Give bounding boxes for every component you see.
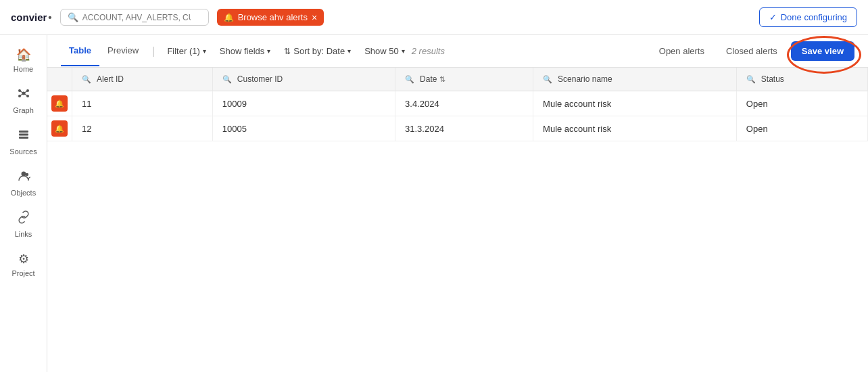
table-row: 🔔 11 10009 3.4.2024 Mule account risk Op… [47,91,868,116]
cell-status: Open [736,91,867,116]
sidebar-item-home[interactable]: 🏠 Home [0,41,47,80]
sources-icon [17,128,30,145]
sort-icon: ⇅ [284,47,291,56]
sidebar-item-objects[interactable]: Objects [0,162,47,204]
cell-alert-id: 12 [72,116,213,141]
toolbar-divider: | [152,45,155,57]
tab-table[interactable]: Table [61,36,99,66]
filter-button[interactable]: Filter (1) ▾ [160,42,212,60]
sidebar-item-project[interactable]: ⚙ Project [0,245,47,284]
show-fields-caret-icon: ▾ [267,47,270,55]
show-count-button[interactable]: Show 50 ▾ [358,42,412,60]
topbar-right: ✓ Done configuring [759,7,857,27]
search-icon: 🔍 [68,12,78,22]
alert-row-icon: 🔔 [51,120,68,137]
save-view-button[interactable]: Save view [791,41,854,61]
row-icon-cell: 🔔 [47,116,72,141]
sidebar-item-graph-label: Graph [13,106,34,114]
cell-scenario-name: Mule account risk [533,91,737,116]
cell-customer-id: 10005 [212,116,395,141]
svg-rect-10 [19,134,28,136]
sidebar-item-objects-label: Objects [11,189,36,197]
col-status[interactable]: 🔍 Status [736,68,867,91]
date-sort-icon: ⇅ [439,75,445,84]
col-customer-id[interactable]: 🔍 Customer ID [212,68,395,91]
cell-date: 3.4.2024 [395,91,533,116]
active-tab-pill[interactable]: 🔔 Browse ahv alerts × [217,9,324,26]
tab-close-button[interactable]: × [312,13,317,22]
topbar: convier• 🔍 🔔 Browse ahv alerts × ✓ Done … [0,0,868,35]
search-box[interactable]: 🔍 [60,9,209,26]
closed-alerts-button[interactable]: Closed alerts [718,42,786,60]
svg-rect-9 [19,131,28,133]
scenario-search-icon: 🔍 [543,75,552,84]
data-table: 🔍 Alert ID 🔍 Customer ID [47,68,868,141]
sidebar-item-links-label: Links [15,230,32,238]
cell-customer-id: 10009 [212,91,395,116]
alert-row-icon: 🔔 [51,95,68,112]
row-icon-cell: 🔔 [47,91,72,116]
cell-date: 31.3.2024 [395,116,533,141]
sidebar: 🏠 Home Graph Sources Objects Links [0,35,47,372]
sidebar-item-sources-label: Sources [9,147,37,156]
alert-id-search-icon: 🔍 [82,75,91,84]
check-icon: ✓ [769,12,777,22]
show-fields-button[interactable]: Show fields ▾ [213,42,277,60]
toolbar-right-actions: Open alerts Closed alerts Save view [651,41,854,61]
sidebar-item-home-label: Home [14,65,33,73]
sort-caret-icon: ▾ [347,47,351,55]
show-count-caret-icon: ▾ [402,47,405,55]
col-icon [47,68,72,91]
table-row: 🔔 12 10005 31.3.2024 Mule account risk O… [47,116,868,141]
cell-status: Open [736,116,867,141]
save-view-wrapper: Save view [791,41,854,61]
tab-pill-label: Browse ahv alerts [238,12,308,22]
col-scenario-name[interactable]: 🔍 Scenario name [533,68,737,91]
project-icon: ⚙ [18,252,29,266]
sort-button[interactable]: ⇅ Sort by: Date ▾ [277,42,358,60]
toolbar: Table Preview | Filter (1) ▾ Show fields… [47,35,868,68]
customer-id-search-icon: 🔍 [222,75,232,84]
main-layout: 🏠 Home Graph Sources Objects Links [0,35,868,372]
sidebar-item-links[interactable]: Links [0,204,47,245]
table-body: 🔔 11 10009 3.4.2024 Mule account risk Op… [47,91,868,141]
objects-icon [17,169,30,186]
col-date[interactable]: 🔍 Date ⇅ [395,68,533,91]
logo-dot: • [48,11,51,23]
cell-alert-id: 11 [72,91,213,116]
search-input[interactable] [82,13,191,22]
filter-caret-icon: ▾ [203,47,206,55]
date-search-icon: 🔍 [405,75,414,84]
table-header-row: 🔍 Alert ID 🔍 Customer ID [47,68,868,91]
home-icon: 🏠 [16,47,31,62]
tab-preview[interactable]: Preview [99,36,147,66]
open-alerts-button[interactable]: Open alerts [651,42,713,60]
svg-rect-11 [19,137,28,139]
status-search-icon: 🔍 [746,75,756,84]
graph-icon [17,87,30,103]
col-alert-id[interactable]: 🔍 Alert ID [72,68,213,91]
sidebar-item-project-label: Project [11,269,34,277]
cell-scenario-name: Mule account risk [533,116,737,141]
tab-pill-icon: 🔔 [224,13,234,22]
logo: convier• [11,11,52,23]
done-configuring-button[interactable]: ✓ Done configuring [759,7,857,27]
sidebar-item-graph[interactable]: Graph [0,80,47,121]
content-area: Table Preview | Filter (1) ▾ Show fields… [47,35,868,372]
links-icon [17,210,30,227]
data-table-area: 🔍 Alert ID 🔍 Customer ID [47,68,868,372]
sidebar-item-sources[interactable]: Sources [0,121,47,162]
results-count: 2 results [412,46,445,56]
svg-point-13 [25,173,28,176]
